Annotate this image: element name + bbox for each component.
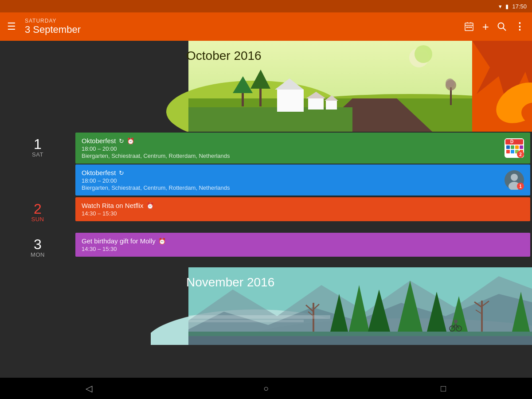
calendar-view-button[interactable]	[464, 21, 474, 32]
november-section-header: November 2016	[0, 267, 532, 345]
october-left-spacer	[0, 41, 75, 132]
events-col-1: Oktoberfest ↻ ⏰ 18:00 – 20:00 Biergarten…	[75, 132, 532, 196]
event-card-molly[interactable]: Get birthday gift for Molly ⏰ 14:30 – 15…	[75, 233, 530, 257]
day-label: SATURDAY	[25, 18, 464, 24]
event-content-4: Get birthday gift for Molly ⏰ 14:30 – 15…	[82, 237, 524, 252]
day-label-col-1: 1 Sat	[0, 132, 75, 196]
svg-point-7	[498, 23, 504, 29]
more-options-button[interactable]: ⋮	[515, 21, 525, 32]
november-month-label: November 2016	[186, 275, 274, 289]
time-display: 17:50	[512, 3, 527, 10]
svg-text:D: D	[510, 139, 513, 144]
app-bar: ☰ SATURDAY 3 September + ⋮	[0, 12, 532, 41]
wifi-icon: ▾	[499, 3, 502, 10]
svg-rect-4	[466, 27, 468, 28]
svg-rect-24	[308, 98, 324, 110]
main-content: October 2016 1 Sat Oktoberfest ↻ ⏰ 18:00…	[0, 41, 532, 378]
sync-icon-2: ↻	[119, 169, 124, 176]
day-number-3: 3	[34, 237, 42, 251]
home-button[interactable]: ○	[255, 378, 277, 399]
alarm-icon-1: ⏰	[127, 137, 134, 145]
event-time-3: 14:30 – 15:30	[82, 210, 524, 217]
event-name-1: Oktoberfest	[82, 137, 116, 145]
event-card-oktoberfest-1[interactable]: Oktoberfest ↻ ⏰ 18:00 – 20:00 Biergarten…	[75, 133, 530, 164]
october-header: October 2016	[151, 41, 532, 132]
event-title-1: Oktoberfest ↻ ⏰	[82, 137, 505, 145]
day-number-1: 1	[34, 137, 42, 151]
day-label-col-2: 2 Sun	[0, 196, 75, 232]
event-name-4: Get birthday gift for Molly	[82, 237, 156, 245]
svg-rect-6	[470, 27, 472, 28]
event-avatar-1: D 2	[505, 138, 524, 158]
svg-rect-37	[506, 145, 510, 149]
day-section-2: 2 Sun Watch Rita on Netflix ⏰ 14:30 – 15…	[0, 196, 532, 232]
status-bar: ▾ ▮ 17:50	[0, 0, 532, 12]
event-location-1: Biergarten, Schiestraat, Centrum, Rotter…	[82, 153, 505, 159]
search-button[interactable]	[497, 22, 507, 31]
svg-rect-79	[188, 320, 304, 322]
event-content-3: Watch Rita on Netflix ⏰ 14:30 – 15:30	[82, 202, 524, 217]
event-badge-2: 1	[517, 183, 524, 190]
svg-point-76	[454, 320, 458, 323]
toolbar-icons: + ⋮	[464, 20, 525, 34]
svg-rect-30	[259, 89, 262, 106]
svg-rect-39	[515, 145, 519, 149]
svg-rect-5	[468, 27, 469, 28]
november-left-spacer	[0, 267, 75, 345]
svg-rect-21	[277, 90, 304, 112]
event-time-1: 18:00 – 20:00	[82, 145, 505, 152]
svg-point-47	[511, 174, 518, 181]
svg-rect-26	[326, 101, 337, 110]
add-event-button[interactable]: +	[482, 20, 489, 34]
recent-apps-button[interactable]: □	[433, 378, 454, 399]
event-content-2: Oktoberfest ↻ 18:00 – 20:00 Biergarten, …	[82, 169, 505, 191]
november-header: November 2016	[151, 267, 532, 345]
event-card-netflix[interactable]: Watch Rita on Netflix ⏰ 14:30 – 15:30	[75, 197, 530, 221]
battery-icon: ▮	[505, 3, 509, 10]
day-section-1: 1 Sat Oktoberfest ↻ ⏰ 18:00 – 20:00 Bier…	[0, 132, 532, 196]
event-content-1: Oktoberfest ↻ ⏰ 18:00 – 20:00 Biergarten…	[82, 137, 505, 159]
event-badge-1: 2	[517, 151, 524, 158]
svg-rect-42	[511, 150, 514, 153]
day-name-2: Sun	[31, 216, 44, 223]
event-title-4: Get birthday gift for Molly ⏰	[82, 237, 524, 245]
menu-button[interactable]: ☰	[7, 22, 16, 31]
svg-rect-38	[511, 145, 514, 149]
october-month-label: October 2016	[186, 49, 262, 63]
svg-point-11	[415, 45, 432, 63]
navigation-bar: ◁ ○ □	[0, 378, 532, 399]
event-name-3: Watch Rita on Netflix	[82, 202, 144, 209]
event-name-2: Oktoberfest	[82, 169, 116, 176]
svg-rect-40	[520, 145, 523, 149]
day-section-3: 3 Mon Get birthday gift for Molly ⏰ 14:3…	[0, 232, 532, 267]
svg-rect-36	[505, 139, 523, 145]
svg-rect-23	[288, 81, 291, 90]
svg-rect-41	[506, 150, 510, 153]
october-section-header: October 2016	[0, 41, 532, 132]
svg-rect-28	[242, 93, 244, 106]
svg-line-8	[503, 28, 506, 31]
day-name-1: Sat	[32, 151, 43, 158]
event-time-2: 18:00 – 20:00	[82, 177, 505, 184]
svg-rect-20	[188, 107, 352, 132]
day-label-col-3: 3 Mon	[0, 232, 75, 267]
day-number-2: 2	[34, 202, 42, 216]
event-title-3: Watch Rita on Netflix ⏰	[82, 202, 524, 209]
svg-point-34	[446, 78, 454, 87]
alarm-icon-4: ⏰	[158, 238, 166, 245]
svg-rect-55	[188, 336, 532, 345]
sync-icon-1: ↻	[119, 137, 124, 145]
event-title-2: Oktoberfest ↻	[82, 169, 505, 176]
events-col-2: Watch Rita on Netflix ⏰ 14:30 – 15:30	[75, 196, 532, 232]
event-avatar-2: 1	[505, 170, 524, 190]
date-label: 3 September	[25, 24, 464, 35]
day-name-3: Mon	[31, 251, 45, 258]
events-col-3: Get birthday gift for Molly ⏰ 14:30 – 15…	[75, 232, 532, 267]
date-container: SATURDAY 3 September	[25, 18, 464, 35]
event-time-4: 14:30 – 15:30	[82, 246, 524, 252]
event-card-oktoberfest-2[interactable]: Oktoberfest ↻ 18:00 – 20:00 Biergarten, …	[75, 164, 530, 196]
event-location-2: Biergarten, Schiestraat, Centrum, Rotter…	[82, 184, 505, 191]
svg-rect-78	[188, 315, 330, 319]
alarm-icon-3: ⏰	[146, 202, 154, 209]
back-button[interactable]: ◁	[78, 378, 99, 399]
